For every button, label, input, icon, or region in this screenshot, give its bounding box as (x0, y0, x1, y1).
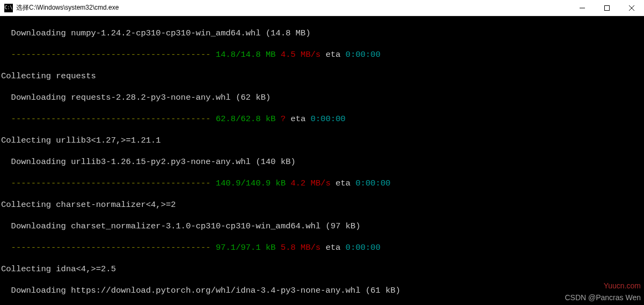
window-title: 选择C:\Windows\system32\cmd.exe (16, 3, 119, 12)
output-line: Collecting urllib3<1.27,>=1.21.1 (1, 135, 643, 146)
progress-line: ----------------------------------------… (1, 178, 643, 189)
output-line: Collecting charset-normalizer<4,>=2 (1, 199, 643, 210)
output-line: Collecting requests (1, 71, 643, 81)
output-line: Downloading https://download.pytorch.org… (1, 285, 643, 296)
output-line: Downloading urllib3-1.26.15-py2.py3-none… (1, 157, 643, 167)
progress-line: ----------------------------------------… (1, 114, 643, 124)
maximize-button[interactable] (595, 0, 619, 16)
output-line: Collecting idna<4,>=2.5 (1, 264, 643, 274)
svg-rect-1 (605, 5, 610, 10)
progress-line: ----------------------------------------… (1, 49, 643, 60)
output-line: Downloading numpy-1.24.2-cp310-cp310-win… (1, 28, 643, 39)
output-line: Downloading requests-2.28.2-py3-none-any… (1, 92, 643, 103)
minimize-button[interactable] (570, 0, 595, 16)
watermark-text: Yuucn.com (604, 280, 641, 291)
window-titlebar: C:\ 选择C:\Windows\system32\cmd.exe (0, 0, 644, 16)
close-button[interactable] (619, 0, 644, 16)
progress-line: ----------------------------------------… (1, 242, 643, 253)
terminal-output[interactable]: Downloading numpy-1.24.2-cp310-cp310-win… (0, 16, 644, 305)
output-line: Downloading charset_normalizer-3.1.0-cp3… (1, 221, 643, 232)
cmd-icon: C:\ (4, 4, 13, 12)
watermark-text: CSDN @Pancras Wen (565, 292, 641, 303)
